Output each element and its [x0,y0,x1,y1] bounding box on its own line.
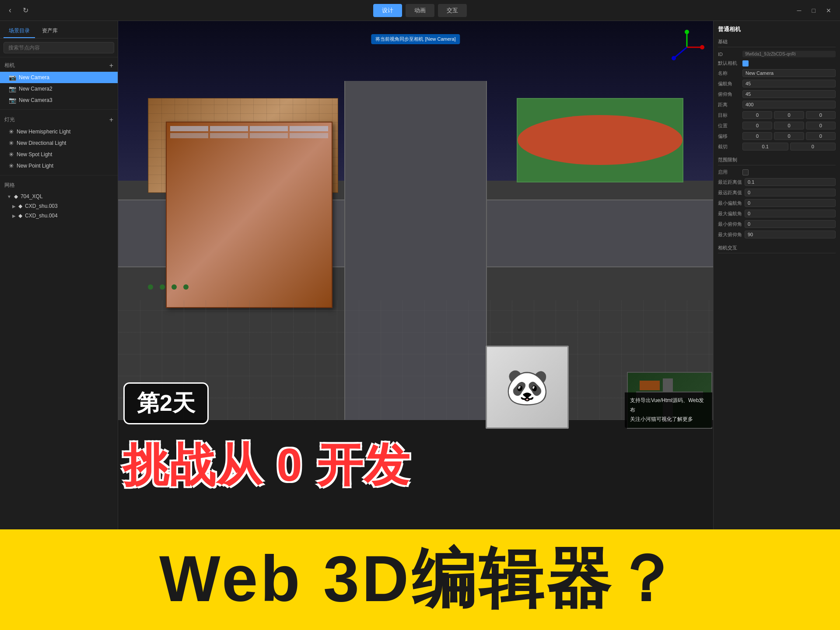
maximize-button[interactable]: □ [808,5,819,16]
distance-value[interactable]: 400 [742,101,836,108]
name-value[interactable]: New Camera [742,69,836,77]
mesh-label-1: 704_XQL [21,193,43,200]
refresh-button[interactable]: ↻ [19,4,32,16]
close-button[interactable]: ✕ [822,5,835,16]
camera-section-title: 相机 [4,62,15,69]
max-pitch-value[interactable]: 90 [745,231,836,238]
search-input[interactable] [4,42,114,53]
light-icon-3: ✳ [9,151,14,158]
max-pitch-label: 最大俯仰角 [718,231,742,238]
field-min-distance-row: 最近距离值 0.1 [718,178,836,186]
camera-section: 相机 + 📷 New Camera 📷 New Camera2 📷 New Ca… [0,57,118,108]
position-xyz: 0 0 0 [742,122,836,130]
min-pitch-value[interactable]: 0 [745,220,836,228]
max-yaw-value[interactable]: 0 [745,210,836,217]
light-item-spot[interactable]: ✳ New Spot Light [0,149,118,160]
bottom-bar: Web 3D编辑器？ [0,529,840,630]
default-camera-toggle[interactable] [742,60,749,66]
bottom-text: Web 3D编辑器？ [159,536,681,623]
field-max-distance-row: 最远距离值 0 [718,189,836,196]
back-button[interactable]: ‹ [5,4,15,17]
camera-item-new-camera[interactable]: 📷 New Camera [0,72,118,83]
clip-x[interactable]: 0.1 [742,143,788,150]
tab-animation[interactable]: 动画 [406,4,434,17]
field-offset-row: 偏移 0 0 0 [718,132,836,140]
lights-section: 灯光 + ✳ New Hemispheric Light ✳ New Direc… [0,112,118,173]
max-distance-value[interactable]: 0 [745,189,836,196]
field-target-row: 目标 0 0 0 [718,111,836,119]
field-pitch-row: 俯仰角 45 [718,90,836,98]
field-min-yaw-row: 最小偏航角 0 [718,199,836,207]
offset-xyz: 0 0 0 [742,132,836,140]
add-camera-button[interactable]: + [109,62,113,69]
distance-label: 距离 [718,102,740,108]
scene-container [118,21,713,420]
lights-section-title: 灯光 [4,116,15,123]
camera-icon-3: 📷 [9,97,16,104]
position-label: 位置 [718,122,740,129]
fov-label: 偏航角 [718,80,740,87]
mesh-item-cxd004[interactable]: ▶ ◆ CXD_shu.004 [0,211,118,220]
main-building [166,122,332,308]
camera-item-new-camera2[interactable]: 📷 New Camera2 [0,83,118,94]
tab-scene-directory[interactable]: 场景目录 [4,24,35,38]
position-x[interactable]: 0 [742,122,772,130]
viewport[interactable]: 将当前视角同步至相机 [New Camera] [118,21,713,420]
tab-interaction[interactable]: 交互 [438,4,467,17]
light-item-hemispheric[interactable]: ✳ New Hemispheric Light [0,126,118,137]
light-icon-2: ✳ [9,140,14,147]
tab-assets[interactable]: 资产库 [37,24,63,38]
position-z[interactable]: 0 [806,122,836,130]
min-distance-value[interactable]: 0.1 [745,178,836,186]
light-item-point[interactable]: ✳ New Point Light [0,160,118,172]
field-min-pitch-row: 最小俯仰角 0 [718,220,836,228]
minimize-button[interactable]: ─ [794,5,805,16]
camera-interaction-section: 相机交互 [718,245,836,253]
tab-design[interactable]: 设计 [373,4,402,17]
basic-section: 基础 ID 9fw6da1_9JzZbCDS-qnRi 默认相机 名称 New … [718,38,836,150]
top-bar-right: ─ □ ✕ [794,5,835,16]
target-z[interactable]: 0 [806,111,836,119]
mesh-icon-3: ◆ [18,213,22,219]
clip-xy: 0.1 0 [742,143,836,150]
default-camera-label: 默认相机 [718,60,740,66]
tooltip-line-1: 支持导出Vue/Html源码、Web发布 [630,396,707,415]
target-x[interactable]: 0 [742,111,772,119]
fov-value[interactable]: 45 [742,80,836,88]
offset-x[interactable]: 0 [742,132,772,140]
mesh-item-704xql[interactable]: ▼ ◆ 704_XQL [0,192,118,201]
export-tooltip: 支持导出Vue/Html源码、Web发布 关注小河猫可视化了解更多 [625,392,712,428]
name-label: 名称 [718,70,740,77]
position-y[interactable]: 0 [774,122,804,130]
light-label-4: New Point Light [17,163,53,169]
enable-toggle[interactable] [742,169,749,175]
offset-z[interactable]: 0 [806,132,836,140]
mesh-item-cxd003[interactable]: ▶ ◆ CXD_shu.003 [0,201,118,211]
clip-y[interactable]: 0 [790,143,836,150]
camera-label-3: New Camera3 [19,97,52,103]
gizmo-svg [669,30,704,65]
camera-icon-2: 📷 [9,85,16,92]
svg-point-1 [685,30,689,34]
expand-icon-1: ▼ [7,194,11,199]
sports-field [517,98,683,183]
id-value: 9fw6da1_9JzZbCDS-qnRi [742,51,836,57]
field-clip-row: 截切 0.1 0 [718,143,836,150]
offset-y[interactable]: 0 [774,132,804,140]
camera-item-new-camera3[interactable]: 📷 New Camera3 [0,94,118,106]
min-yaw-value[interactable]: 0 [745,199,836,207]
target-y[interactable]: 0 [774,111,804,119]
pitch-value[interactable]: 45 [742,90,836,98]
add-light-button[interactable]: + [109,116,113,123]
min-yaw-label: 最小偏航角 [718,200,742,206]
mesh-icon-1: ◆ [14,193,18,200]
light-icon-4: ✳ [9,162,14,169]
light-item-directional[interactable]: ✳ New Directional Light [0,137,118,149]
camera-section-header: 相机 + [0,59,118,72]
divider-2 [0,175,118,175]
tooltip-line-2: 关注小河猫可视化了解更多 [630,415,707,424]
camera-tooltip: 将当前视角同步至相机 [New Camera] [371,34,460,44]
challenge-text: 挑战从 0 开发 [122,435,410,497]
target-xyz: 0 0 0 [742,111,836,119]
mesh-label-2: CXD_shu.003 [25,203,58,209]
